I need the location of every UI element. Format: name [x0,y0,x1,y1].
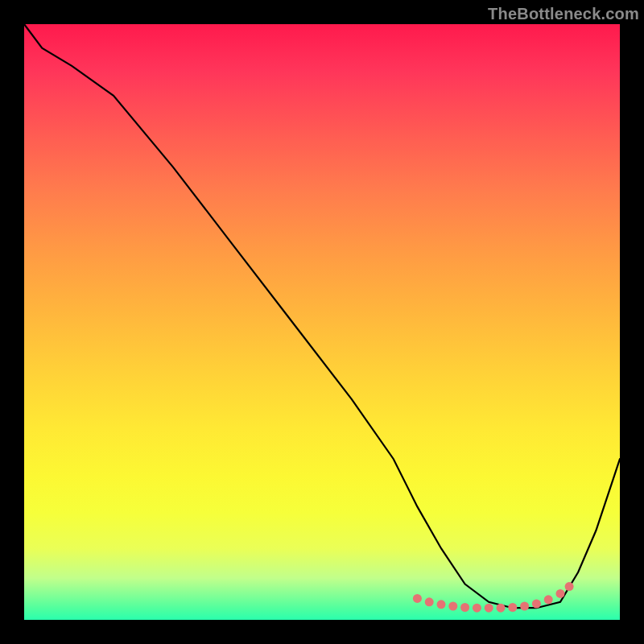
curve-marker [437,600,446,609]
curve-marker [485,604,493,613]
curve-marker [425,597,434,606]
bottleneck-curve [24,24,620,608]
curve-marker [497,604,506,613]
curve-marker [460,603,469,612]
plot-area [24,24,620,620]
curve-marker [532,600,541,609]
curve-marker [544,595,553,604]
chart-frame: TheBottleneck.com [0,0,644,644]
curve-marker [473,604,481,613]
curve-marker [520,602,529,611]
curve-layer [24,24,620,620]
curve-marker [413,594,422,603]
curve-marker [565,582,574,591]
curve-marker [508,603,517,612]
curve-marker [556,589,565,598]
marker-group [413,582,574,613]
watermark-text: TheBottleneck.com [488,5,639,23]
curve-marker [448,602,457,611]
